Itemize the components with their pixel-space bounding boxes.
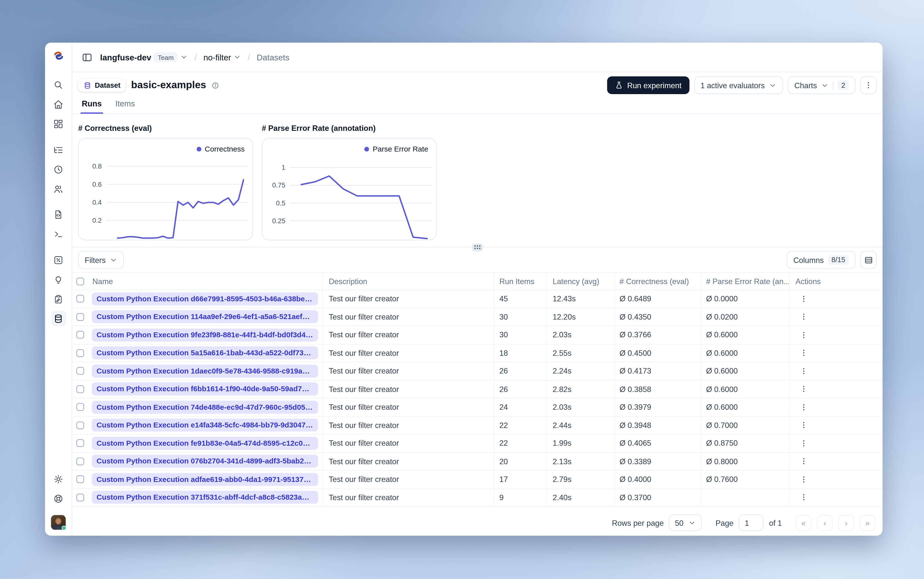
cell-correctness: Ø 0.4065 [615, 435, 701, 452]
row-actions-menu-button[interactable] [796, 436, 811, 450]
run-name-pill[interactable]: Custom Python Execution f6bb1614-1f90-40… [92, 383, 318, 396]
row-checkbox[interactable] [76, 439, 84, 447]
first-page-button[interactable]: « [796, 515, 812, 531]
row-correctness: Ø 0.4065 [619, 439, 651, 448]
org-switcher[interactable]: langfuse-dev Team [100, 52, 188, 62]
row-description: Test our filter creator [329, 457, 399, 466]
filters-button[interactable]: Filters [78, 251, 124, 269]
row-parse-error-rate: Ø 0.6000 [706, 366, 738, 376]
row-run-items: 18 [499, 348, 508, 358]
run-name-pill[interactable]: Custom Python Execution 114aa9ef-29e6-4e… [92, 311, 318, 324]
next-page-button[interactable]: › [838, 515, 854, 531]
cell-run-items: 26 [495, 362, 547, 379]
run-name-pill[interactable]: Custom Python Execution d66e7991-8595-45… [92, 292, 318, 305]
run-name-pill[interactable]: Custom Python Execution 9fe23f98-881e-44… [92, 329, 318, 342]
rows-per-page-select[interactable]: 50 [669, 514, 702, 531]
evaluation-percent-icon[interactable] [51, 252, 66, 268]
tracing-icon[interactable] [51, 142, 66, 157]
row-actions-menu-button[interactable] [796, 328, 811, 342]
row-actions-menu-button[interactable] [796, 310, 811, 324]
row-checkbox[interactable] [76, 331, 84, 339]
last-page-button[interactable]: » [859, 515, 875, 531]
run-name-pill[interactable]: Custom Python Execution e14fa348-5cfc-49… [92, 419, 318, 432]
header-description: Description [323, 273, 495, 290]
row-actions-menu-button[interactable] [796, 382, 811, 396]
row-checkbox[interactable] [76, 403, 84, 411]
run-name-pill[interactable]: Custom Python Execution 74de488e-ec9d-47… [92, 401, 318, 414]
project-switcher[interactable]: no-filter [203, 52, 241, 62]
row-parse-error-rate: Ø 0.0200 [706, 312, 738, 321]
row-actions-menu-button[interactable] [796, 490, 811, 505]
org-logo[interactable] [51, 48, 66, 63]
row-actions-menu-button[interactable] [796, 400, 811, 414]
dataset-type-badge[interactable]: Dataset [78, 79, 126, 92]
run-name-pill[interactable]: Custom Python Execution 371f531c-abff-4d… [92, 491, 318, 504]
suggestions-lightbulb-icon[interactable] [51, 272, 66, 287]
kebab-menu-icon [800, 330, 808, 339]
row-checkbox[interactable] [76, 421, 84, 429]
row-checkbox[interactable] [76, 313, 84, 321]
settings-gear-icon[interactable] [51, 471, 66, 487]
row-checkbox[interactable] [76, 367, 84, 375]
select-all-checkbox[interactable] [76, 277, 84, 285]
row-checkbox[interactable] [76, 458, 84, 465]
run-experiment-button[interactable]: Run experiment [607, 76, 689, 94]
evaluators-dropdown[interactable]: 1 active evaluators [694, 76, 783, 94]
row-latency: 2.44s [553, 421, 572, 430]
tab-items[interactable]: Items [114, 98, 136, 114]
columns-button[interactable]: Columns 8/15 [787, 251, 855, 269]
row-actions-menu-button[interactable] [796, 472, 811, 487]
playground-terminal-icon[interactable] [51, 226, 66, 242]
row-latency: 2.55s [553, 348, 572, 358]
resize-drag-handle[interactable] [472, 243, 483, 251]
cell-latency: 2.82s [547, 380, 615, 398]
row-select-cell [72, 290, 90, 307]
datasets-database-icon[interactable] [51, 311, 66, 326]
row-description: Test our filter creator [329, 330, 399, 339]
kebab-menu-icon [864, 81, 872, 90]
info-icon[interactable] [211, 81, 219, 89]
chevron-down-icon [110, 256, 117, 263]
row-parse-error-rate: Ø 0.6000 [706, 402, 738, 411]
users-icon[interactable] [51, 181, 66, 196]
annotation-clipboard-icon[interactable] [51, 291, 66, 306]
charts-dropdown[interactable]: Charts 2 [788, 76, 855, 94]
row-description: Test our filter creator [329, 475, 399, 484]
home-icon[interactable] [51, 97, 66, 112]
run-name-pill[interactable]: Custom Python Execution 5a15a616-1bab-44… [92, 347, 318, 360]
run-name-pill[interactable]: Custom Python Execution adfae619-abb0-4d… [92, 473, 318, 486]
legend-dot [364, 147, 369, 152]
breadcrumb-separator: / [247, 52, 251, 62]
row-actions-menu-button[interactable] [796, 418, 811, 432]
row-actions-menu-button[interactable] [796, 454, 811, 468]
row-run-items: 20 [499, 457, 508, 466]
dashboards-icon[interactable] [51, 116, 66, 132]
svg-text:0.8: 0.8 [92, 162, 102, 170]
sidebar-toggle-icon[interactable] [79, 49, 95, 65]
run-name-pill[interactable]: Custom Python Execution fe91b83e-04a5-47… [92, 437, 318, 450]
row-actions-menu-button[interactable] [796, 364, 811, 378]
row-checkbox[interactable] [76, 349, 84, 357]
row-checkbox[interactable] [76, 385, 84, 393]
more-actions-button[interactable] [860, 76, 876, 94]
page-number-input[interactable] [739, 514, 764, 531]
run-name-pill[interactable]: Custom Python Execution 076b2704-341d-48… [92, 455, 318, 468]
row-checkbox[interactable] [76, 494, 84, 501]
support-lifebuoy-icon[interactable] [51, 491, 66, 506]
user-avatar[interactable] [51, 515, 66, 530]
kebab-menu-icon [800, 493, 808, 502]
prompts-icon[interactable] [51, 207, 66, 222]
search-icon[interactable] [51, 77, 66, 93]
row-actions-cell [790, 362, 883, 379]
prev-page-button[interactable]: ‹ [817, 515, 833, 531]
row-actions-menu-button[interactable] [796, 346, 811, 360]
run-name-pill[interactable]: Custom Python Execution 1daec0f9-5e78-43… [92, 365, 318, 378]
row-description: Test our filter creator [329, 439, 399, 448]
row-checkbox[interactable] [76, 295, 84, 303]
breadcrumb-section[interactable]: Datasets [257, 52, 290, 62]
row-checkbox[interactable] [76, 476, 84, 483]
row-actions-menu-button[interactable] [796, 292, 811, 306]
sessions-clock-icon[interactable] [51, 162, 66, 177]
tab-runs[interactable]: Runs [80, 98, 103, 114]
row-height-button[interactable] [860, 251, 876, 269]
